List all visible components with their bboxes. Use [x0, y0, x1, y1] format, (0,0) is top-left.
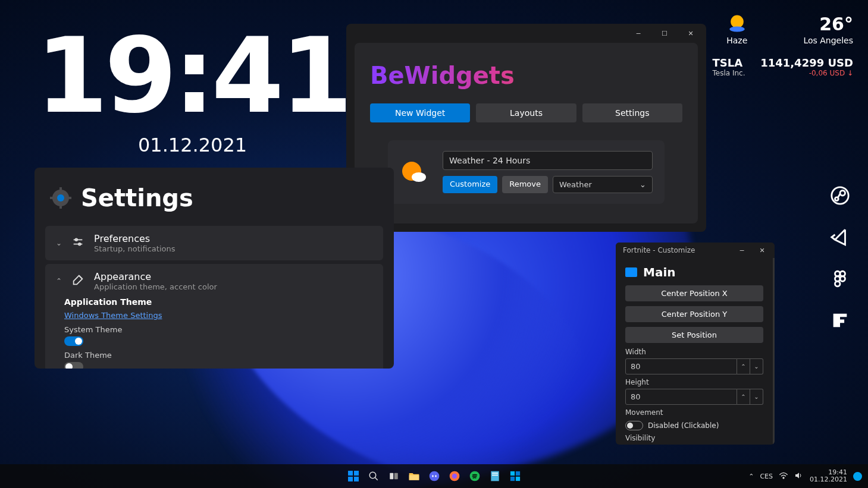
minimize-button[interactable]: ─ — [625, 24, 651, 42]
firefox-icon[interactable] — [446, 468, 463, 484]
svg-point-12 — [412, 172, 426, 182]
stock-delta: -0,06 USD ↓ — [809, 69, 853, 77]
svg-rect-16 — [59, 205, 62, 209]
clock-date: 01.12.2021 — [36, 134, 349, 156]
discord-icon[interactable] — [426, 468, 443, 484]
vscode-icon[interactable] — [829, 226, 851, 248]
shortcut-column — [829, 184, 851, 332]
movement-state: Disabled (Clickable) — [648, 421, 719, 430]
up-button[interactable]: ⌃ — [737, 358, 750, 374]
steam-icon[interactable] — [829, 184, 851, 207]
movement-label: Movement — [625, 408, 763, 417]
tray-date: 01.12.2021 — [810, 476, 847, 483]
fortnite-icon[interactable] — [829, 309, 851, 332]
tab-settings[interactable]: Settings — [582, 103, 682, 122]
fortnite-titlebar[interactable]: Fortnite - Customize ─ ✕ — [616, 243, 775, 258]
down-button[interactable]: ⌄ — [750, 358, 763, 374]
settings-row-appearance[interactable]: ⌃ AppearanceApplication theme, accent co… — [45, 264, 383, 369]
svg-rect-40 — [492, 473, 498, 474]
set-position-button[interactable]: Set Position — [625, 327, 763, 343]
svg-rect-32 — [409, 475, 419, 480]
search-icon[interactable] — [365, 468, 382, 484]
tab-layouts[interactable]: Layouts — [476, 103, 576, 122]
start-button[interactable] — [345, 468, 362, 484]
settings-title: Settings — [81, 184, 193, 212]
customize-button[interactable]: Customize — [443, 176, 497, 193]
down-button[interactable]: ⌄ — [750, 389, 763, 405]
center-x-button[interactable]: Center Position X — [625, 285, 763, 301]
weather-widget[interactable]: 26° Haze Los Angeles — [726, 13, 853, 45]
up-button[interactable]: ⌃ — [737, 389, 750, 405]
svg-rect-26 — [348, 477, 353, 481]
svg-point-37 — [452, 474, 456, 478]
close-button[interactable]: ✕ — [678, 24, 704, 42]
svg-point-34 — [432, 475, 434, 477]
tab-new-widget[interactable]: New Widget — [370, 103, 470, 122]
sliders-icon — [71, 235, 84, 251]
language-indicator[interactable]: CES — [760, 473, 773, 480]
svg-rect-42 — [510, 471, 514, 476]
pref-title: Preferences — [94, 233, 175, 244]
tray-chevron-icon[interactable]: ⌃ — [748, 473, 754, 480]
windows-theme-link[interactable]: Windows Theme Settings — [64, 311, 162, 320]
spotify-icon[interactable] — [466, 468, 483, 484]
close-button[interactable]: ✕ — [752, 243, 772, 259]
width-stepper[interactable]: ⌃ ⌄ — [625, 358, 763, 374]
settings-row-preferences[interactable]: ⌄ PreferencesStartup, notifications — [45, 226, 383, 260]
folder-icon — [625, 267, 637, 277]
wifi-icon[interactable] — [779, 471, 788, 481]
theme-header: Application Theme — [64, 297, 372, 307]
chevron-down-icon: ⌄ — [56, 239, 62, 247]
svg-rect-30 — [390, 473, 393, 480]
svg-rect-10 — [835, 281, 841, 286]
dark-theme-label: Dark Theme — [64, 351, 372, 360]
clock-tray[interactable]: 19:41 01.12.2021 — [810, 469, 847, 483]
chevron-up-icon: ⌃ — [56, 277, 62, 285]
svg-rect-17 — [50, 197, 54, 199]
figma-icon[interactable] — [829, 267, 851, 290]
movement-toggle[interactable] — [625, 421, 643, 430]
width-input[interactable] — [625, 358, 737, 374]
svg-rect-45 — [515, 477, 519, 481]
svg-rect-27 — [354, 477, 359, 481]
height-input[interactable] — [625, 389, 737, 405]
settings-header: Settings — [35, 168, 394, 222]
minimize-button[interactable]: ─ — [732, 243, 752, 259]
chevron-down-icon: ⌄ — [640, 180, 646, 189]
svg-point-46 — [783, 477, 784, 478]
bewidgets-window: ─ ☐ ✕ BeWidgets New Widget Layouts Setti… — [346, 24, 706, 232]
appearance-subsection: Application Theme Windows Theme Settings… — [56, 297, 372, 369]
system-theme-toggle[interactable] — [64, 336, 83, 346]
stock-widget[interactable]: TSLA 1141,4299 USD Tesla Inc. -0,06 USD … — [713, 56, 853, 77]
weather-sun-icon — [726, 13, 748, 34]
svg-point-1 — [730, 27, 745, 32]
taskview-icon[interactable] — [386, 468, 402, 484]
explorer-icon[interactable] — [406, 468, 422, 484]
bewidgets-taskbar-icon[interactable] — [507, 468, 524, 484]
notepad-icon[interactable] — [487, 468, 503, 484]
volume-icon[interactable] — [794, 471, 804, 481]
height-stepper[interactable]: ⌃ ⌄ — [625, 389, 763, 405]
clock-widget[interactable]: 19:41 01.12.2021 — [36, 24, 349, 156]
notification-center-icon[interactable] — [853, 472, 862, 481]
dark-theme-toggle[interactable] — [64, 362, 83, 369]
center-y-button[interactable]: Center Position Y — [625, 306, 763, 322]
weather-temp: 26° — [819, 14, 853, 34]
remove-button[interactable]: Remove — [502, 176, 548, 193]
height-label: Height — [625, 378, 763, 386]
svg-point-9 — [840, 276, 845, 282]
widget-name-input[interactable] — [443, 151, 653, 170]
widget-card: Customize Remove Weather ⌄ — [388, 140, 665, 204]
pref-sub: Startup, notifications — [94, 244, 175, 253]
svg-line-29 — [375, 477, 378, 480]
svg-point-33 — [429, 471, 439, 481]
svg-rect-15 — [59, 187, 62, 191]
app-sub: Application theme, accent color — [94, 282, 217, 291]
svg-rect-24 — [348, 471, 353, 476]
svg-point-14 — [57, 194, 64, 202]
maximize-button[interactable]: ☐ — [651, 24, 678, 42]
widget-type-select[interactable]: Weather ⌄ — [553, 176, 653, 193]
stock-price: 1141,4299 USD — [760, 56, 853, 69]
bewidgets-titlebar[interactable]: ─ ☐ ✕ — [346, 24, 706, 43]
width-label: Width — [625, 348, 763, 356]
